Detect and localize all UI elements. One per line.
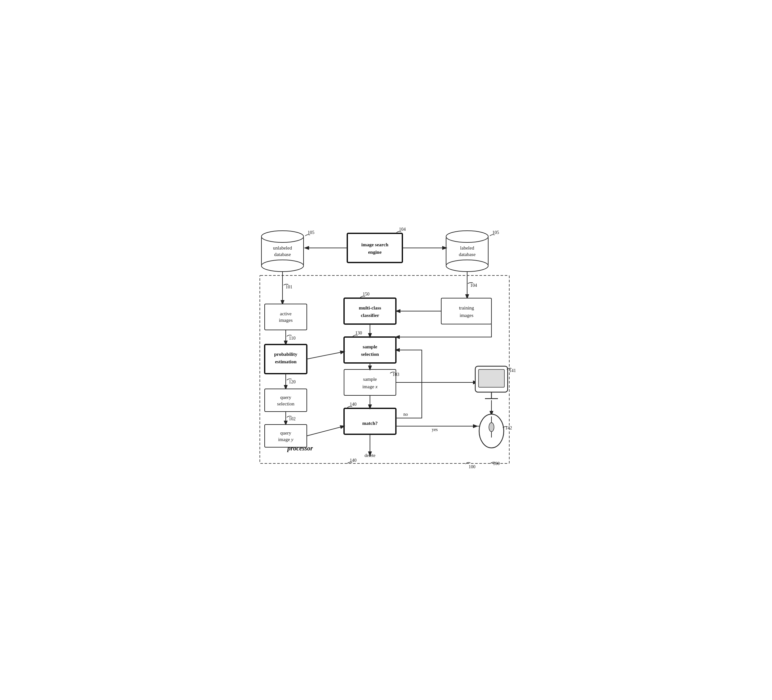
sample-image-label2: image x xyxy=(362,384,378,389)
ref-103: 103 xyxy=(392,372,399,377)
sample-image-box xyxy=(344,369,396,395)
labeled-database-label1: labeled xyxy=(460,245,474,251)
arrow-training-feedback xyxy=(396,324,491,337)
unlabeled-database-top xyxy=(262,231,304,243)
active-images-label1: active xyxy=(280,311,291,316)
arrow-no-feedback xyxy=(396,350,422,418)
diagram-container: processor 100 unlabeled database 105 ima… xyxy=(240,217,532,483)
image-search-engine-label1: image search xyxy=(361,242,388,247)
ref-140-box: 140 xyxy=(350,402,357,407)
ref-105-left: 105 xyxy=(307,230,314,235)
ref-141: 141 xyxy=(509,368,516,373)
mouse-wheel xyxy=(489,423,494,432)
no-label: no xyxy=(403,412,408,417)
unlabeled-database-label2: database xyxy=(274,252,291,257)
probability-estimation-label1: probability xyxy=(274,352,298,357)
arrow-query-to-match xyxy=(307,426,344,436)
ref-104-top: 104 xyxy=(399,227,406,232)
sample-selection-label1: sample xyxy=(363,344,377,349)
ref-105-right: 105 xyxy=(492,230,499,235)
active-images-label2: images xyxy=(279,318,293,323)
sample-selection-label2: selection xyxy=(361,352,379,357)
ref-100-label: 100 xyxy=(493,461,500,466)
multi-class-classifier-box xyxy=(344,298,396,324)
labeled-database-label2: database xyxy=(459,252,476,257)
ref-104-right: 104 xyxy=(470,283,477,288)
multi-class-classifier-label2: classifier xyxy=(361,313,379,318)
query-image-box xyxy=(265,425,307,447)
ref-110: 110 xyxy=(289,336,295,341)
active-images-box xyxy=(265,304,307,330)
probability-estimation-label2: estimation xyxy=(275,359,296,364)
query-image-label1: query xyxy=(280,430,291,436)
query-selection-label2: selection xyxy=(277,401,294,407)
ref-142: 142 xyxy=(505,426,512,430)
training-images-label2: images xyxy=(460,313,473,318)
ref-120: 120 xyxy=(289,379,296,384)
match-label: match? xyxy=(362,421,378,426)
image-search-engine-label2: engine xyxy=(368,249,382,255)
training-images-label1: training xyxy=(459,305,474,310)
ref-102: 102 xyxy=(289,416,296,421)
sample-image-label1: sample xyxy=(363,377,377,382)
monitor-display xyxy=(479,369,504,387)
query-image-label2: image y xyxy=(278,437,293,442)
sample-selection-box xyxy=(344,337,396,363)
ref-130: 130 xyxy=(355,331,362,335)
yes-label: yes xyxy=(432,427,438,432)
ref-150: 150 xyxy=(363,292,369,297)
query-selection-box xyxy=(265,389,307,411)
unlabeled-database-label1: unlabeled xyxy=(273,245,292,251)
query-selection-label1: query xyxy=(280,395,291,400)
unlabeled-database-bottom xyxy=(262,260,304,272)
labeled-database-bottom xyxy=(446,260,488,272)
labeled-database-top xyxy=(446,231,488,243)
training-images-box xyxy=(441,298,491,324)
ref-101: 101 xyxy=(285,285,292,289)
multi-class-classifier-label1: multi-class xyxy=(359,305,381,310)
image-search-engine-box xyxy=(347,233,402,262)
ref-100: 100 xyxy=(468,464,475,469)
arrow-prob-to-sample-sel xyxy=(307,352,344,359)
